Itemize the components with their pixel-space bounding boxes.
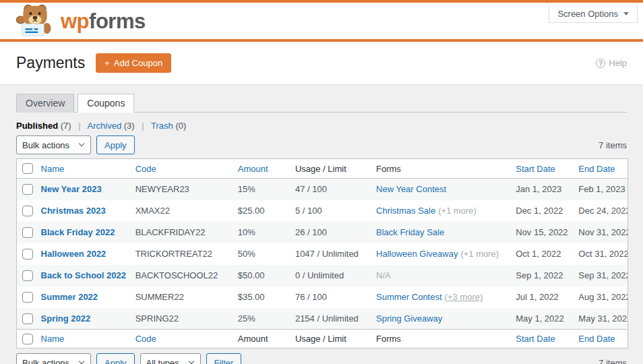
form-link[interactable]: Spring Giveaway — [376, 313, 442, 324]
column-header-code[interactable]: Code — [135, 164, 156, 174]
view-archived[interactable]: Archived — [88, 121, 122, 131]
items-count-bottom: 7 items — [599, 358, 627, 364]
column-header-start-date[interactable]: Start Date — [516, 164, 555, 174]
help-icon: ? — [596, 59, 605, 68]
coupon-amount-cell: 10% — [231, 222, 288, 243]
coupon-amount-cell: $25.00 — [231, 200, 288, 222]
coupon-usage-cell: 76 / 100 — [288, 286, 369, 308]
add-coupon-button[interactable]: + Add Coupon — [96, 53, 171, 73]
row-checkbox[interactable] — [22, 270, 33, 281]
bulk-actions-select-bottom[interactable]: Bulk actions — [16, 353, 91, 364]
coupon-amount-cell: 15% — [231, 179, 288, 200]
wpforms-logo: wpforms — [16, 3, 146, 39]
coupon-end-date-cell: Dec 24, 2022 — [572, 200, 627, 222]
coupon-end-date-cell: Aug 31, 2022 — [572, 286, 627, 308]
column-header-usage-limit: Usage / Limit — [295, 164, 346, 174]
coupon-name-link[interactable]: Back to School 2022 — [41, 270, 126, 280]
view-published[interactable]: Published — [16, 121, 58, 131]
column-footer-usage-limit: Usage / Limit — [295, 334, 346, 344]
coupon-end-date-cell: May 31, 2022 — [572, 308, 627, 330]
column-footer-name[interactable]: Name — [41, 334, 65, 344]
coupon-end-date-cell: Nov 31, 2022 — [572, 222, 627, 243]
coupon-end-date-cell: Oct 31, 2022 — [572, 243, 627, 265]
row-checkbox[interactable] — [22, 292, 33, 303]
coupon-name-link[interactable]: Spring 2022 — [41, 313, 91, 324]
view-filter-links: Published (7) | Archived (3) | Trash (0) — [16, 121, 627, 131]
coupon-usage-cell: 26 / 100 — [288, 222, 369, 243]
column-header-forms: Forms — [376, 164, 401, 174]
table-footer: Name Code Amount Usage / Limit Forms Sta… — [17, 330, 628, 348]
apply-button-bottom[interactable]: Apply — [96, 353, 135, 364]
row-checkbox[interactable] — [22, 227, 33, 238]
view-separator: | — [78, 121, 80, 131]
form-link[interactable]: Summer Contest — [376, 292, 442, 302]
coupon-usage-cell: 5 / 100 — [288, 200, 369, 222]
column-footer-start-date[interactable]: Start Date — [516, 334, 555, 344]
select-all-checkbox[interactable] — [22, 163, 33, 174]
coupon-row: Spring 2022 SPRING22 25% 2154 / Unlimite… — [17, 308, 628, 330]
column-footer-end-date[interactable]: End Date — [578, 334, 615, 344]
coupon-code-cell: SPRING22 — [129, 308, 231, 330]
coupon-name-link[interactable]: Halloween 2022 — [41, 249, 106, 259]
coupon-name-link[interactable]: New Year 2023 — [41, 184, 102, 194]
wpforms-payments-screen: wpforms Screen Options Payments + Add Co… — [0, 0, 643, 364]
wordmark-forms: forms — [89, 9, 146, 33]
coupon-end-date-cell: Sep 31, 2022 — [572, 265, 627, 286]
coupon-name-link[interactable]: Black Friday 2022 — [41, 227, 115, 237]
top-toolbar: Bulk actions Apply 7 items — [16, 135, 627, 154]
coupon-row: Summer 2022 SUMMER22 $35.00 76 / 100 Sum… — [17, 286, 628, 308]
coupon-name-link[interactable]: Summer 2022 — [41, 292, 98, 302]
type-filter-select[interactable]: All types — [140, 353, 201, 364]
form-link: N/A — [376, 270, 391, 280]
help-label: Help — [609, 58, 627, 68]
form-extra-link[interactable]: (+3 more) — [445, 292, 483, 302]
column-header-name[interactable]: Name — [41, 164, 65, 174]
coupon-row: Halloween 2022 TRICKORTREAT22 50% 1047 /… — [17, 243, 628, 265]
coupon-start-date-cell: May 1, 2022 — [509, 308, 572, 330]
coupon-code-cell: BACKTOSCHOOL22 — [129, 265, 231, 286]
coupon-code-cell: BLACKFRIDAY22 — [129, 222, 231, 243]
chevron-down-icon — [623, 12, 629, 16]
coupon-code-cell: XMAX22 — [129, 200, 231, 222]
form-extra-link[interactable]: (+1 more) — [460, 249, 499, 259]
coupon-amount-cell: $50.00 — [231, 265, 288, 286]
column-footer-code[interactable]: Code — [135, 334, 156, 344]
view-trash-count: (0) — [175, 121, 186, 131]
form-link[interactable]: Christmas Sale — [376, 206, 435, 216]
bottom-toolbar: Bulk actions Apply All types Filter 7 it… — [16, 353, 627, 364]
row-checkbox[interactable] — [22, 206, 33, 216]
view-separator: | — [142, 121, 144, 131]
form-extra-link[interactable]: (+1 more) — [438, 206, 477, 216]
row-checkbox[interactable] — [22, 313, 33, 324]
row-checkbox[interactable] — [22, 184, 33, 195]
row-checkbox[interactable] — [22, 249, 33, 260]
apply-button[interactable]: Apply — [96, 135, 135, 154]
coupon-name-link[interactable]: Christmas 2023 — [41, 206, 106, 216]
screen-options-button[interactable]: Screen Options — [549, 5, 638, 23]
coupon-row: Back to School 2022 BACKTOSCHOOL22 $50.0… — [17, 265, 628, 286]
coupons-tbody: New Year 2023 NEWYEAR23 15% 47 / 100 New… — [17, 179, 628, 330]
coupon-row: New Year 2023 NEWYEAR23 15% 47 / 100 New… — [17, 179, 628, 200]
coupon-usage-cell: 2154 / Unlimited — [288, 308, 369, 330]
tab-coupons[interactable]: Coupons — [78, 94, 134, 113]
tab-overview[interactable]: Overview — [16, 94, 74, 113]
screen-options-label: Screen Options — [557, 9, 618, 19]
bulk-actions-select[interactable]: Bulk actions — [16, 135, 91, 154]
column-header-amount[interactable]: Amount — [238, 164, 268, 174]
form-link[interactable]: Halloween Giveaway — [376, 249, 458, 259]
coupon-start-date-cell: Sep 1, 2022 — [509, 265, 572, 286]
add-coupon-label: Add Coupon — [114, 59, 162, 67]
items-count: 7 items — [599, 140, 627, 150]
filter-button[interactable]: Filter — [206, 353, 242, 364]
select-all-checkbox[interactable] — [22, 334, 33, 344]
coupon-row: Christmas 2023 XMAX22 $25.00 5 / 100 Chr… — [17, 200, 628, 222]
coupon-code-cell: SUMMER22 — [129, 286, 231, 308]
form-link[interactable]: New Year Contest — [376, 184, 446, 194]
help-link[interactable]: ? Help — [596, 58, 627, 68]
column-header-end-date[interactable]: End Date — [578, 164, 615, 174]
form-link[interactable]: Black Friday Sale — [376, 227, 444, 237]
coupon-amount-cell: 50% — [231, 243, 288, 265]
view-trash[interactable]: Trash — [151, 121, 173, 131]
view-published-count: (7) — [61, 121, 71, 131]
coupon-amount-cell: $35.00 — [231, 286, 288, 308]
